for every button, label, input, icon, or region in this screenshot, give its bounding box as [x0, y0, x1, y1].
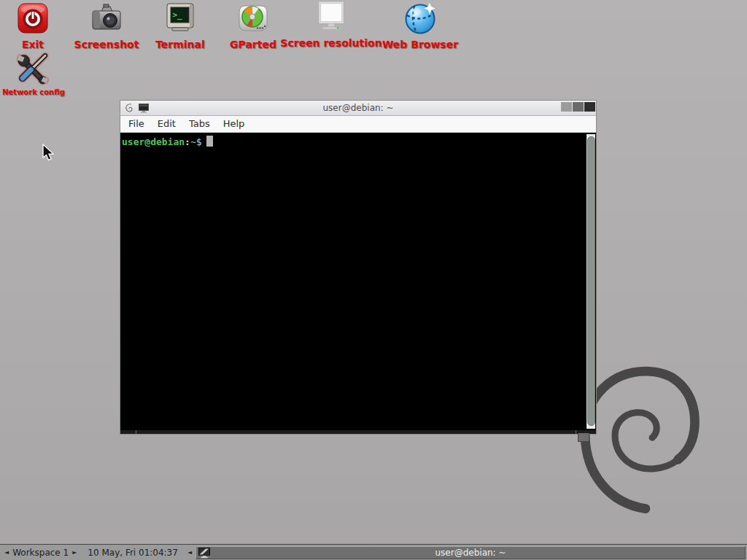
terminal-content[interactable]: user@debian:~$	[120, 133, 596, 430]
workspace-next-arrow[interactable]: ►	[70, 545, 79, 560]
terminal-scrollbar[interactable]	[587, 134, 595, 429]
prompt-dollar: $	[196, 136, 202, 147]
terminal-menubar: File Edit Tabs Help	[120, 116, 596, 133]
crt-terminal-icon: >_	[163, 1, 197, 35]
desktop-icon-label: Terminal	[155, 39, 205, 50]
prompt-user: user@debian	[122, 136, 185, 147]
terminal-window: user@debian: ~ File Edit Tabs Help user@…	[120, 100, 597, 435]
shell-prompt: user@debian:~$	[122, 136, 202, 147]
desktop-icon-web-browser[interactable]: Web Browser	[376, 1, 464, 50]
window-prev-arrow[interactable]: ◄	[185, 545, 194, 560]
menu-file[interactable]: File	[122, 116, 151, 132]
scrollbar-thumb[interactable]	[587, 136, 595, 426]
desktop-icon-label: Exit	[22, 39, 44, 50]
tools-icon	[17, 51, 50, 85]
window-resize-handle[interactable]	[578, 433, 589, 442]
close-button[interactable]	[584, 102, 595, 112]
camera-icon	[90, 1, 123, 35]
minimize-button[interactable]	[561, 102, 572, 112]
border-notch	[136, 430, 136, 434]
prompt-path: ~	[190, 136, 196, 147]
desktop-icon-label: Web Browser	[382, 39, 458, 50]
prompt-colon: :	[185, 136, 190, 147]
taskbar-window-button-label: user@debian: ~	[196, 548, 745, 558]
desktop-icon-network-config[interactable]: Network config	[0, 51, 77, 96]
workspace-prev-arrow[interactable]: ◄	[2, 545, 11, 560]
menu-edit[interactable]: Edit	[151, 116, 182, 132]
monitor-icon	[314, 0, 348, 34]
taskbar-window-monitor-icon	[198, 548, 210, 559]
desktop-icon-label: Screenshot	[74, 39, 139, 50]
maximize-button[interactable]	[573, 102, 584, 112]
window-bottom-border	[120, 430, 596, 434]
disk-partition-icon	[236, 1, 270, 35]
taskbar: ◄ Workspace 1 ► 10 May, Fri 01:04:37 ◄ ►…	[0, 544, 747, 560]
menu-help[interactable]: Help	[217, 116, 252, 132]
mouse-cursor	[42, 144, 55, 163]
desktop-icon-label: GParted	[230, 39, 276, 50]
window-title: user@debian: ~	[120, 103, 596, 113]
menu-tabs[interactable]: Tabs	[182, 116, 217, 132]
power-icon	[16, 1, 50, 35]
taskbar-clock: 10 May, Fri 01:04:37	[88, 548, 178, 558]
window-titlebar[interactable]: user@debian: ~	[120, 101, 596, 116]
border-notch	[576, 430, 576, 434]
workspace-switcher[interactable]: Workspace 1	[11, 548, 70, 558]
taskbar-window-button[interactable]: user@debian: ~	[196, 546, 746, 559]
desktop-icon-screen-resolution[interactable]: Screen resolution	[280, 0, 382, 49]
terminal-cursor	[206, 136, 213, 147]
desktop-icon-label: Screen resolution	[280, 37, 382, 49]
desktop-icon-label: Network config	[2, 88, 65, 96]
globe-icon	[403, 1, 437, 35]
svg-text:>_: >_	[173, 10, 183, 20]
